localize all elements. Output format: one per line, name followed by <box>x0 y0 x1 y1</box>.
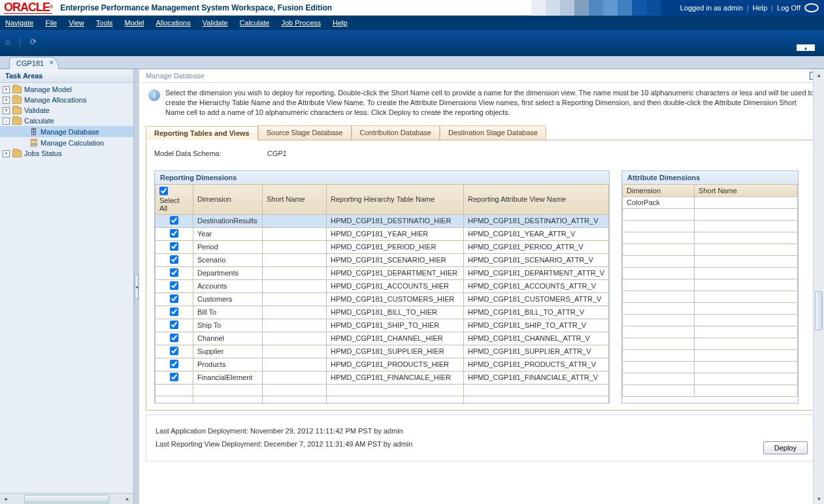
menu-file[interactable]: File <box>45 19 57 27</box>
table-row[interactable]: CustomersHPMD_CGP181_CUSTOMERS_HIERHPMD_… <box>156 292 609 306</box>
menu-job-process[interactable]: Job Process <box>281 19 321 27</box>
tree-node-validate[interactable]: +Validate <box>0 105 133 116</box>
tab-destination-stage[interactable]: Destination Stage Database <box>440 125 546 140</box>
tree-node-calculate[interactable]: -Calculate <box>0 116 133 126</box>
expand-icon[interactable]: + <box>3 150 10 157</box>
col-select-all[interactable]: Select All <box>156 184 193 214</box>
row-checkbox[interactable] <box>170 373 178 381</box>
col-dimension[interactable]: Dimension <box>193 184 263 214</box>
col-attr-view[interactable]: Reporting Attribute View Name <box>464 184 609 214</box>
expand-icon[interactable]: + <box>3 97 10 104</box>
row-checkbox[interactable] <box>170 294 178 303</box>
cell-dimension[interactable]: FinancialElement <box>193 371 263 384</box>
content-v-scrollbar[interactable]: ▴▾ <box>813 69 824 504</box>
table-row[interactable]: Ship ToHPMD_CGP181_SHIP_TO_HIERHPMD_CGP1… <box>156 319 609 332</box>
cell-short-name[interactable] <box>263 371 327 384</box>
logoff-link[interactable]: Log Off <box>777 4 800 12</box>
col-hierarchy[interactable]: Reporting Hierarchy Table Name <box>327 184 464 214</box>
menu-model[interactable]: Model <box>125 19 144 27</box>
cell-dimension[interactable]: Year <box>193 227 263 240</box>
tab-contribution[interactable]: Contribution Database <box>352 125 440 140</box>
row-checkbox[interactable] <box>170 321 178 329</box>
help-link[interactable]: Help <box>753 4 768 12</box>
cell-dimension[interactable]: Customers <box>193 292 263 306</box>
cell-short-name[interactable] <box>263 279 327 292</box>
cell-short-name[interactable] <box>263 266 327 279</box>
collapse-icon[interactable]: - <box>3 118 10 125</box>
select-all-checkbox[interactable] <box>159 187 168 195</box>
row-checkbox[interactable] <box>170 216 178 225</box>
tree-node-jobs-status[interactable]: +Jobs Status <box>0 148 133 159</box>
cell-short-name[interactable] <box>263 253 327 266</box>
menu-tools[interactable]: Tools <box>96 19 113 27</box>
cell-dimension[interactable]: Period <box>193 240 263 253</box>
tab-reporting-tables[interactable]: Reporting Tables and Views <box>146 126 258 140</box>
cell-short-name[interactable] <box>695 197 798 208</box>
col2-short-name[interactable]: Short Name <box>695 184 798 197</box>
tab-source-stage[interactable]: Source Stage Database <box>258 125 352 140</box>
menu-allocations[interactable]: Allocations <box>156 19 190 27</box>
menu-help[interactable]: Help <box>333 19 348 27</box>
close-icon[interactable]: ✕ <box>49 59 54 66</box>
cell-short-name[interactable] <box>263 227 327 240</box>
table-row[interactable]: ProductsHPMD_CGP181_PRODUCTS_HIERHPMD_CG… <box>156 358 609 371</box>
deploy-button[interactable]: Deploy <box>763 441 808 454</box>
row-checkbox[interactable] <box>170 229 178 238</box>
col2-dimension[interactable]: Dimension <box>623 184 695 197</box>
cell-short-name[interactable] <box>263 214 327 227</box>
row-checkbox[interactable] <box>170 242 178 251</box>
cell-dimension[interactable]: Bill To <box>193 306 263 319</box>
menu-calculate[interactable]: Calculate <box>240 19 270 27</box>
cell-dimension[interactable]: Scenario <box>193 253 263 266</box>
cell-dimension[interactable]: Channel <box>193 332 263 345</box>
table-row[interactable]: ScenarioHPMD_CGP181_SCENARIO_HIERHPMD_CG… <box>156 253 609 266</box>
menu-navigate[interactable]: Navigate <box>5 19 33 27</box>
cell-dimension[interactable]: Departments <box>193 266 263 279</box>
cell-dimension[interactable]: Supplier <box>193 345 263 358</box>
table-row[interactable]: ColorPack <box>623 197 798 208</box>
table-row[interactable]: AccountsHPMD_CGP181_ACCOUNTS_HIERHPMD_CG… <box>156 279 609 292</box>
table-row[interactable]: Bill ToHPMD_CGP181_BILL_TO_HIERHPMD_CGP1… <box>156 306 609 319</box>
row-checkbox[interactable] <box>170 360 178 368</box>
table-row[interactable]: DepartmentsHPMD_CGP181_DEPARTMENT_HIERHP… <box>156 266 609 279</box>
expand-icon[interactable]: + <box>3 107 10 114</box>
table-row[interactable]: PeriodHPMD_CGP181_PERIOD_HIERHPMD_CGP181… <box>156 240 609 253</box>
table-row[interactable]: DestinationResultsHPMD_CGP181_DESTINATIO… <box>156 214 609 227</box>
collapse-toolstrip-button[interactable] <box>797 44 815 51</box>
cell-dimension[interactable]: DestinationResults <box>193 214 263 227</box>
refresh-icon[interactable]: ⟳ <box>30 37 37 46</box>
app-tab-cgp181[interactable]: CGP181 ✕ <box>9 57 59 69</box>
tree-node-manage-model[interactable]: +Manage Model <box>0 84 133 95</box>
table-row[interactable]: ChannelHPMD_CGP181_CHANNEL_HIERHPMD_CGP1… <box>156 332 609 345</box>
menu-view[interactable]: View <box>69 19 84 27</box>
cell-dimension[interactable]: ColorPack <box>623 197 695 208</box>
home-icon[interactable]: ⌂ <box>5 37 10 46</box>
row-checkbox[interactable] <box>170 268 178 277</box>
cell-dimension[interactable]: Ship To <box>193 319 263 332</box>
cell-short-name[interactable] <box>263 345 327 358</box>
cell-short-name[interactable] <box>263 292 327 306</box>
row-checkbox[interactable] <box>170 281 178 290</box>
table-row[interactable]: YearHPMD_CGP181_YEAR_HIERHPMD_CGP181_YEA… <box>156 227 609 240</box>
sidebar-h-scrollbar[interactable]: ◂▸ <box>0 493 133 504</box>
menu-validate[interactable]: Validate <box>203 19 228 27</box>
tree-node-manage-allocations[interactable]: +Manage Allocations <box>0 95 133 105</box>
cell-dimension[interactable]: Accounts <box>193 279 263 292</box>
row-checkbox[interactable] <box>170 255 178 264</box>
cell-short-name[interactable] <box>263 358 327 371</box>
expand-icon[interactable]: + <box>3 86 10 93</box>
col-short-name[interactable]: Short Name <box>263 184 327 214</box>
cell-dimension[interactable]: Products <box>193 358 263 371</box>
row-checkbox[interactable] <box>170 347 178 355</box>
cell-short-name[interactable] <box>263 306 327 319</box>
tree-node-manage-database[interactable]: 🗄Manage Database <box>0 126 133 137</box>
row-checkbox[interactable] <box>170 307 178 316</box>
table-row[interactable]: FinancialElementHPMD_CGP181_FINANCIALE_H… <box>156 371 609 384</box>
table-row[interactable]: SupplierHPMD_CGP181_SUPPLIER_HIERHPMD_CG… <box>156 345 609 358</box>
row-checkbox[interactable] <box>170 334 178 342</box>
cell-short-name[interactable] <box>263 319 327 332</box>
cell-short-name[interactable] <box>263 332 327 345</box>
tree-node-manage-calculation[interactable]: 🧮Manage Calculation <box>0 137 133 148</box>
cell-short-name[interactable] <box>263 240 327 253</box>
splitter[interactable]: ◂ <box>134 69 139 504</box>
